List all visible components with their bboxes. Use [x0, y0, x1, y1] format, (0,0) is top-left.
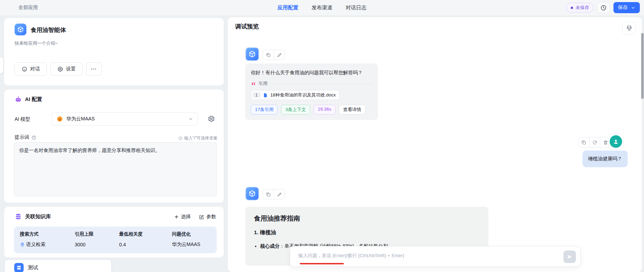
knowledge-base-card: 关联知识库 选择 参数 搜索方式 引用上限 最低相关度 问题优化 语义检索 30…: [4, 207, 224, 257]
brush-icon: [626, 25, 633, 32]
kb-header-min-relevance: 最低相关度: [119, 231, 172, 240]
edit-pencil-icon[interactable]: [274, 50, 284, 60]
unsaved-dot-icon: [571, 7, 573, 9]
app-info-card: 食用油智能体 快来给应用一个介绍~ 对话 设置 ···: [4, 18, 224, 85]
app-subtitle: 快来给应用一个介绍~: [15, 40, 58, 46]
quote-row: 引用: [251, 80, 372, 87]
server-rows-icon: [14, 263, 24, 272]
kb-value-query-optimize: 华为云MAAS: [172, 240, 217, 249]
citations-count-badge[interactable]: 17条引用: [251, 105, 278, 114]
prompt-label: 提示词: [15, 134, 29, 141]
model-select[interactable]: 华为云MAAS: [51, 112, 198, 126]
citation-index: 1: [253, 92, 261, 98]
send-button[interactable]: [563, 250, 576, 263]
citation-filename: 18种食用油的常识及其功效.docx: [270, 92, 336, 98]
annotation-red-underline: [300, 263, 344, 264]
bot-message-actions: [263, 50, 285, 60]
ai-config-title: AI 配置: [25, 96, 42, 103]
kb-header-citation-limit: 引用上限: [75, 231, 119, 240]
bot-avatar: [245, 47, 259, 61]
cube-icon: [248, 50, 256, 58]
cube-icon: [17, 26, 24, 33]
user-message-actions: [578, 137, 611, 147]
knowledge-title: 关联知识库: [25, 213, 51, 220]
chevron-down-icon: [631, 6, 635, 10]
unsaved-status-badge: 未保存: [566, 3, 594, 12]
bot-message-actions: [263, 189, 285, 199]
chevron-down-icon: [188, 117, 193, 121]
topbar-actions: 未保存 保存: [566, 2, 640, 13]
prompt-textarea[interactable]: 你是一名对食用油非常了解的营养师，愿意分享和推荐相关知识。: [14, 142, 217, 196]
page-scrollbar[interactable]: [641, 33, 644, 99]
sidebar-collapse-handle[interactable]: [0, 57, 3, 73]
save-label: 保存: [618, 5, 628, 11]
edit-pencil-icon[interactable]: [274, 189, 284, 199]
app-title: 食用油智能体: [31, 26, 66, 34]
info-circle-icon: [178, 136, 183, 141]
tab-app-config[interactable]: 应用配置: [278, 5, 298, 11]
retry-icon[interactable]: [589, 137, 600, 147]
kb-header-search-mode: 搜索方式: [20, 231, 75, 240]
main-tabs: 应用配置 发布渠道 对话日志: [0, 0, 644, 15]
send-icon: [567, 254, 573, 260]
quote-divider: [270, 84, 372, 84]
bot-message-bubble: 你好！有什么关于食用油的问题我可以帮您解答吗？ 引用 1 18种食用油的常识及其…: [245, 63, 378, 120]
test-label: 测试: [28, 264, 38, 271]
kb-value-min-relevance: 0.4: [119, 240, 172, 249]
model-value: 华为云MAAS: [66, 116, 95, 122]
quote-label: 引用: [258, 80, 267, 87]
chat-button-label: 对话: [30, 66, 40, 72]
copy-icon[interactable]: [263, 189, 274, 199]
document-icon: [263, 93, 268, 98]
copy-icon[interactable]: [578, 137, 589, 147]
semantic-search-icon: [20, 242, 25, 247]
kb-value-citation-limit: 3000: [75, 240, 119, 249]
prompt-variable-hint: 输入"/"可选择变量: [178, 135, 217, 141]
citation-chip[interactable]: 1 18种食用油的常识及其功效.docx: [251, 90, 340, 100]
prompt-hint-text: 输入"/"可选择变量: [184, 135, 217, 141]
clear-chat-button[interactable]: [622, 22, 636, 35]
history-button[interactable]: [597, 2, 610, 13]
ellipsis-icon: ···: [91, 66, 97, 72]
plus-icon: [174, 214, 179, 219]
select-knowledge-button[interactable]: 选择: [174, 214, 191, 220]
clock-icon: [600, 5, 607, 11]
model-label: AI 模型: [15, 116, 30, 122]
debug-preview-title: 调试预览: [235, 23, 259, 31]
duration-badge[interactable]: 19.36s: [314, 105, 336, 114]
app-avatar: [15, 24, 26, 35]
kb-search-mode-text: 语义检索: [26, 241, 46, 248]
more-button[interactable]: ···: [86, 62, 102, 76]
chat-button[interactable]: 对话: [15, 62, 47, 76]
debug-preview-panel: 调试预览 你好！有什么关于食用油的问题我可以帮您解答吗？ 引用 1: [228, 17, 642, 272]
chat-input-bar: [290, 246, 581, 267]
test-section-card[interactable]: 测试: [4, 259, 112, 272]
view-details-button[interactable]: 查看详情: [339, 105, 365, 114]
params-button[interactable]: 参数: [199, 214, 216, 220]
unsaved-label: 未保存: [576, 5, 589, 11]
context-count-badge[interactable]: 3条上下文: [281, 105, 310, 114]
knowledge-header: 关联知识库: [15, 213, 51, 220]
model-settings-gear-icon[interactable]: [208, 115, 215, 122]
bullet-bold-text: 核心成分: [260, 243, 280, 249]
chat-input[interactable]: [298, 251, 555, 260]
kb-header-query-optimize: 问题优化: [172, 231, 217, 240]
settings-button[interactable]: 设置: [50, 62, 83, 76]
bot-avatar: [245, 187, 259, 201]
app-buttons: 对话 设置 ···: [15, 62, 102, 76]
help-circle-icon[interactable]: [31, 135, 36, 140]
select-button-label: 选择: [181, 214, 191, 220]
tab-chat-logs[interactable]: 对话日志: [346, 5, 366, 11]
knowledge-settings-table: 搜索方式 引用上限 最低相关度 问题优化 语义检索 3000 0.4 华为云MA…: [14, 227, 217, 253]
user-message-bubble: 橄榄油健康吗？: [583, 151, 628, 167]
robot-icon: [15, 96, 22, 103]
top-bar: 全部应用 应用配置 发布渠道 对话日志 未保存 保存: [0, 0, 644, 15]
save-button[interactable]: 保存: [613, 2, 640, 13]
bot-message-text: 你好！有什么关于食用油的问题我可以帮您解答吗？: [251, 69, 372, 76]
quote-icon: [251, 81, 256, 86]
person-icon: [610, 135, 622, 148]
tab-publish-channels[interactable]: 发布渠道: [312, 5, 332, 11]
user-avatar: [608, 134, 624, 150]
answer-subheading: 1. 橄榄油: [254, 229, 480, 236]
copy-icon[interactable]: [263, 50, 274, 60]
